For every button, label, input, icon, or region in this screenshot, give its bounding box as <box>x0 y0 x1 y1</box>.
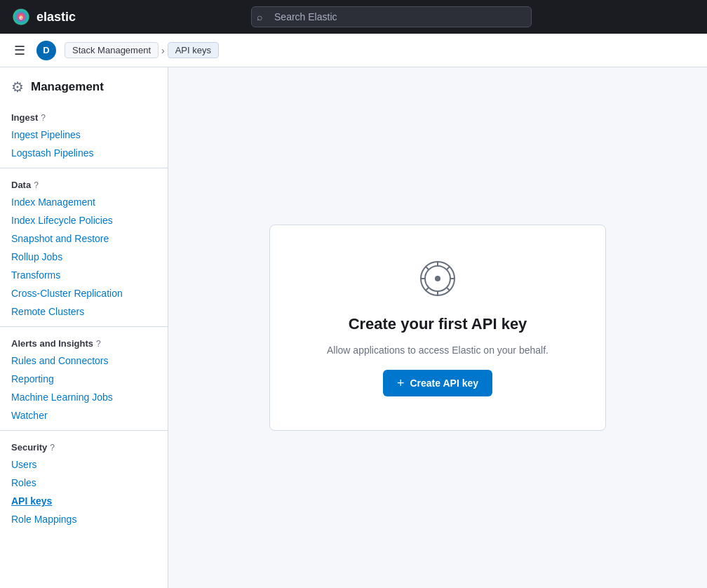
sidebar-section-alerts: Alerts and Insights ? Rules and Connecto… <box>0 333 168 425</box>
help-icon-data[interactable]: ? <box>34 180 39 190</box>
empty-state-title: Create your first API key <box>349 315 527 333</box>
section-title-ingest: Ingest <box>11 112 38 123</box>
create-api-key-label: Create API key <box>410 377 478 389</box>
top-navigation: e elastic ⌕ <box>0 0 707 34</box>
sidebar-section-data: Data ? Index Management Index Lifecycle … <box>0 174 168 321</box>
help-icon-alerts[interactable]: ? <box>96 339 101 349</box>
sidebar-item-remote-clusters[interactable]: Remote Clusters <box>0 302 168 321</box>
sidebar-item-transforms[interactable]: Transforms <box>0 266 168 284</box>
sidebar-item-cross-cluster-replication[interactable]: Cross-Cluster Replication <box>0 284 168 302</box>
create-api-key-button[interactable]: + Create API key <box>383 370 492 396</box>
svg-line-12 <box>447 288 450 290</box>
api-key-icon <box>418 259 457 304</box>
sidebar-item-reporting[interactable]: Reporting <box>0 370 168 388</box>
breadcrumb-current: API keys <box>168 42 219 58</box>
breadcrumb: Stack Management › API keys <box>65 42 219 58</box>
sidebar-section-ingest: Ingest ? Ingest Pipelines Logstash Pipel… <box>0 107 168 162</box>
main-layout: ⚙ Management Ingest ? Ingest Pipelines L… <box>0 67 707 588</box>
sidebar-item-watcher[interactable]: Watcher <box>0 406 168 425</box>
elastic-logo-icon: e <box>11 7 31 27</box>
svg-text:e: e <box>19 13 23 21</box>
sidebar-item-ingest-pipelines[interactable]: Ingest Pipelines <box>0 126 168 144</box>
help-icon-ingest[interactable]: ? <box>41 113 46 123</box>
sidebar-item-users[interactable]: Users <box>0 455 168 474</box>
section-title-security: Security <box>11 442 47 453</box>
sidebar-item-index-management[interactable]: Index Management <box>0 193 168 211</box>
sidebar-item-index-lifecycle-policies[interactable]: Index Lifecycle Policies <box>0 211 168 229</box>
elastic-logo-text: elastic <box>36 10 76 25</box>
sidebar-item-role-mappings[interactable]: Role Mappings <box>0 510 168 528</box>
svg-point-6 <box>435 276 440 281</box>
search-input[interactable] <box>251 6 532 27</box>
sidebar-item-rollup-jobs[interactable]: Rollup Jobs <box>0 248 168 266</box>
gear-icon: ⚙ <box>11 79 24 95</box>
divider-data-alerts <box>0 326 168 327</box>
breadcrumb-separator: › <box>161 45 165 56</box>
sidebar-item-snapshot-and-restore[interactable]: Snapshot and Restore <box>0 229 168 248</box>
sidebar-header: ⚙ Management <box>0 79 168 107</box>
search-icon: ⌕ <box>257 11 262 22</box>
sidebar-item-rules-and-connectors[interactable]: Rules and Connectors <box>0 352 168 370</box>
breadcrumb-parent[interactable]: Stack Management <box>65 42 159 58</box>
empty-state-card: Create your first API key Allow applicat… <box>269 225 606 431</box>
divider-ingest-data <box>0 168 168 168</box>
avatar-button[interactable]: D <box>36 41 56 60</box>
help-icon-security[interactable]: ? <box>50 443 55 453</box>
sidebar-item-machine-learning-jobs[interactable]: Machine Learning Jobs <box>0 388 168 406</box>
sidebar-item-api-keys[interactable]: API keys <box>0 492 168 510</box>
breadcrumb-bar: ☰ D Stack Management › API keys <box>0 34 707 67</box>
hamburger-button[interactable]: ☰ <box>11 40 28 61</box>
sidebar-item-roles[interactable]: Roles <box>0 474 168 492</box>
svg-line-13 <box>447 267 450 269</box>
sidebar-title: Management <box>31 80 104 94</box>
section-title-alerts: Alerts and Insights <box>11 338 93 349</box>
sidebar-item-logstash-pipelines[interactable]: Logstash Pipelines <box>0 144 168 162</box>
elastic-logo[interactable]: e elastic <box>11 7 76 27</box>
sidebar-section-security: Security ? Users Roles API keys Role Map… <box>0 436 168 528</box>
svg-line-11 <box>426 267 429 269</box>
divider-alerts-security <box>0 430 168 431</box>
svg-line-14 <box>426 288 429 290</box>
plus-icon: + <box>397 377 405 389</box>
empty-state-subtitle: Allow applications to access Elastic on … <box>327 345 548 356</box>
main-content: Create your first API key Allow applicat… <box>168 67 707 588</box>
section-title-data: Data <box>11 180 31 190</box>
search-bar: ⌕ <box>251 6 532 27</box>
sidebar: ⚙ Management Ingest ? Ingest Pipelines L… <box>0 67 168 588</box>
